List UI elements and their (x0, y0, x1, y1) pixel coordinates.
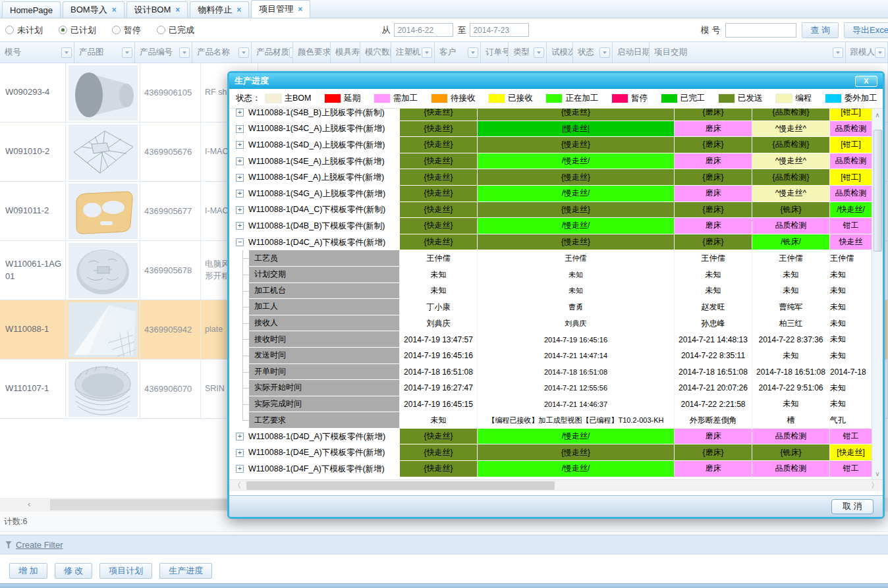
process-status-cell[interactable]: {快走丝} (399, 186, 477, 202)
column-filter-dropdown-icon[interactable] (468, 47, 478, 58)
tab-close-icon[interactable]: × (112, 6, 117, 14)
process-status-cell[interactable]: [钳工] (829, 169, 872, 186)
process-status-cell[interactable]: 磨床 (674, 429, 752, 445)
column-header[interactable]: 试模次数 (547, 42, 573, 63)
process-status-cell[interactable]: {快走丝} (399, 461, 477, 477)
part-name[interactable]: W110088-1(S4F_A)上脱板零件(新增) (248, 172, 384, 183)
process-status-cell[interactable]: {磨床} (674, 202, 752, 219)
process-status-cell[interactable]: {品质检测} (752, 109, 829, 121)
action-button[interactable]: 生产进度 (159, 563, 212, 579)
process-status-cell[interactable]: {慢走丝} (477, 444, 674, 461)
column-filter-dropdown-icon[interactable] (122, 47, 132, 58)
process-status-cell[interactable]: 快走丝 (829, 234, 872, 251)
dialog-title-bar[interactable]: 生产进度 X (229, 73, 883, 89)
process-status-cell[interactable]: {铣床} (752, 444, 829, 461)
column-header[interactable]: 产品材质 (252, 42, 293, 63)
dialog-close-icon[interactable]: X (855, 76, 877, 87)
process-status-cell[interactable]: 磨床 (674, 461, 752, 477)
tab[interactable]: 项目管理 × (251, 0, 310, 18)
process-status-cell[interactable]: {磨床} (674, 137, 752, 153)
process-status-cell[interactable]: {慢走丝} (477, 234, 674, 251)
tab[interactable]: BOM导入 × (63, 1, 125, 18)
column-header[interactable]: 模号 (0, 42, 74, 63)
process-status-cell[interactable]: {快走丝} (399, 234, 477, 251)
column-header[interactable]: 注塑机 (391, 42, 435, 63)
scroll-left-icon[interactable]: ‹ (28, 499, 30, 509)
process-status-cell[interactable]: {品质检测} (752, 169, 829, 186)
process-status-cell[interactable]: 磨床 (674, 153, 752, 170)
process-status-cell[interactable]: {快走丝} (399, 137, 477, 153)
dialog-horizontal-scrollbar[interactable]: 〈 〉 (229, 479, 883, 491)
scrollbar-thumb[interactable] (246, 481, 555, 490)
process-status-cell[interactable]: {慢走丝} (477, 137, 674, 153)
process-status-cell[interactable]: |慢走丝| (477, 121, 674, 138)
part-name[interactable]: W110088-1(D4B_B)下模板零件(新制) (248, 221, 385, 232)
tab[interactable]: 物料停止 × (190, 1, 249, 18)
status-radio[interactable]: 已完成 (157, 24, 194, 36)
process-status-cell[interactable]: 磨床 (674, 186, 752, 202)
tab[interactable]: 设计BOM × (126, 1, 188, 18)
action-button[interactable]: 修 改 (55, 563, 93, 579)
process-status-cell[interactable]: {慢走丝} (477, 202, 674, 219)
tree-expander-icon[interactable]: − (236, 238, 244, 246)
dialog-vertical-scrollbar[interactable]: ∧ ∨ (872, 109, 883, 479)
cancel-button[interactable]: 取 消 (831, 499, 874, 514)
column-header[interactable]: 模穴数 (360, 42, 391, 63)
part-name[interactable]: W110088-1(D4C_A)下模板零件(新增) (248, 237, 385, 248)
process-status-cell[interactable]: {快走丝} (399, 429, 477, 445)
create-filter-link[interactable]: Create Filter (16, 540, 63, 550)
process-status-cell[interactable]: [钳工] (829, 109, 872, 121)
part-name[interactable]: W110088-1(D4A_C)下模板零件(新制) (248, 204, 385, 215)
column-header[interactable]: 客户 (435, 42, 481, 63)
tree-expander-icon[interactable]: + (236, 190, 244, 198)
tree-expander-icon[interactable]: + (236, 222, 244, 230)
column-filter-dropdown-icon[interactable] (875, 47, 885, 58)
column-header[interactable]: 跟模人 (846, 42, 888, 63)
tree-expander-icon[interactable]: + (236, 465, 244, 473)
tree-expander-icon[interactable]: + (236, 174, 244, 182)
process-status-cell[interactable]: {磨床} (674, 234, 752, 251)
scroll-right-icon[interactable]: 〉 (871, 480, 879, 491)
date-to-input[interactable] (470, 23, 529, 37)
process-status-cell[interactable]: {品质检测} (752, 137, 829, 153)
process-status-cell[interactable]: 钳工 (829, 461, 872, 477)
process-status-cell[interactable]: /慢走丝/ (477, 429, 674, 445)
process-status-cell[interactable]: {铣床} (752, 202, 829, 219)
status-radio[interactable]: 暂停 (112, 24, 141, 36)
process-status-cell[interactable]: {快走丝} (399, 109, 477, 121)
tab-close-icon[interactable]: × (236, 6, 241, 14)
scroll-down-icon[interactable]: ∨ (872, 468, 883, 479)
tree-expander-icon[interactable]: + (236, 206, 244, 214)
column-header[interactable]: 订单号 (481, 42, 509, 63)
scrollbar-thumb[interactable] (874, 130, 882, 252)
column-header[interactable]: 产品编号 (135, 42, 192, 63)
column-filter-dropdown-icon[interactable] (833, 47, 843, 58)
part-name[interactable]: W110088-1(D4D_A)下模板零件(新增) (248, 431, 385, 442)
process-status-cell[interactable]: /慢走丝/ (477, 218, 674, 234)
process-status-cell[interactable]: /慢走丝/ (477, 153, 674, 170)
part-name[interactable]: W110088-1(S4G_A)上脱板零件(新增) (248, 188, 385, 200)
query-button[interactable]: 查 询 (802, 22, 839, 38)
tree-expander-icon[interactable]: + (236, 157, 244, 165)
column-header[interactable]: 产品名称 (192, 42, 252, 63)
process-status-cell[interactable]: [钳工] (829, 137, 872, 153)
process-status-cell[interactable]: {快走丝} (399, 444, 477, 461)
export-excel-button[interactable]: 导出Exce (844, 22, 888, 38)
process-status-cell[interactable]: /快走丝/ (829, 202, 872, 219)
part-name[interactable]: W110088-1(S4E_A)上脱板零件(新增) (248, 156, 385, 167)
action-button[interactable]: 项目计划 (99, 563, 152, 579)
process-status-cell[interactable]: 品质检测 (829, 186, 872, 202)
process-status-cell[interactable]: {快走丝} (399, 121, 477, 138)
process-status-cell[interactable]: 钳工 (829, 218, 872, 234)
process-status-cell[interactable]: 磨床 (674, 218, 752, 234)
process-status-cell[interactable]: {慢走丝} (477, 109, 674, 121)
process-status-cell[interactable]: /慢走丝/ (477, 186, 674, 202)
process-status-cell[interactable]: [快走丝] (829, 444, 872, 461)
process-status-cell[interactable]: 品质检测 (752, 429, 829, 445)
process-status-cell[interactable]: 磨床 (674, 121, 752, 138)
column-header[interactable]: 类型 (509, 42, 547, 63)
column-header[interactable]: 产品图 (74, 42, 135, 63)
part-name[interactable]: W110088-1(D4E_A)下模板零件(新增) (248, 447, 385, 458)
column-filter-dropdown-icon[interactable] (61, 47, 72, 58)
tree-expander-icon[interactable]: + (236, 449, 244, 457)
